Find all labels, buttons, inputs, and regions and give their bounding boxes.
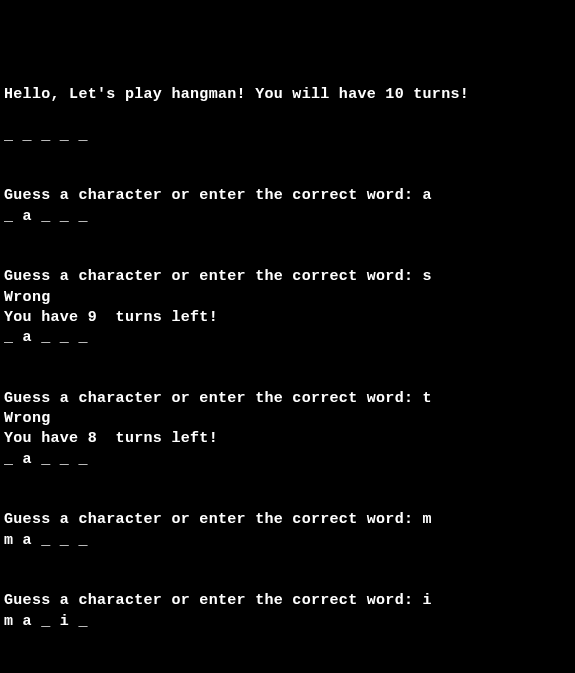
terminal-line: _ _ _ _ _ — [4, 126, 571, 146]
terminal-line — [4, 348, 571, 368]
terminal-line: _ a _ _ _ — [4, 207, 571, 227]
terminal-line — [4, 369, 571, 389]
terminal-line: You have 9 turns left! — [4, 308, 571, 328]
terminal-line: Guess a character or enter the correct w… — [4, 389, 571, 409]
terminal-line: m a _ i _ — [4, 612, 571, 632]
terminal-line — [4, 490, 571, 510]
terminal-line: You have 8 turns left! — [4, 429, 571, 449]
terminal-line — [4, 247, 571, 267]
terminal-line — [4, 652, 571, 672]
terminal-line: Guess a character or enter the correct w… — [4, 591, 571, 611]
terminal-output: Hello, Let's play hangman! You will have… — [4, 85, 571, 673]
terminal-line: Guess a character or enter the correct w… — [4, 186, 571, 206]
terminal-line: _ a _ _ _ — [4, 450, 571, 470]
terminal-line: Guess a character or enter the correct w… — [4, 510, 571, 530]
terminal-line — [4, 571, 571, 591]
terminal-line: Hello, Let's play hangman! You will have… — [4, 85, 571, 105]
terminal-line — [4, 105, 571, 125]
terminal-line — [4, 166, 571, 186]
terminal-line — [4, 551, 571, 571]
terminal-line: Guess a character or enter the correct w… — [4, 267, 571, 287]
terminal-line: Wrong — [4, 288, 571, 308]
terminal-line — [4, 632, 571, 652]
terminal-line — [4, 227, 571, 247]
terminal-line: Wrong — [4, 409, 571, 429]
terminal-line — [4, 146, 571, 166]
terminal-line: m a _ _ _ — [4, 531, 571, 551]
terminal-line: _ a _ _ _ — [4, 328, 571, 348]
terminal-line — [4, 470, 571, 490]
